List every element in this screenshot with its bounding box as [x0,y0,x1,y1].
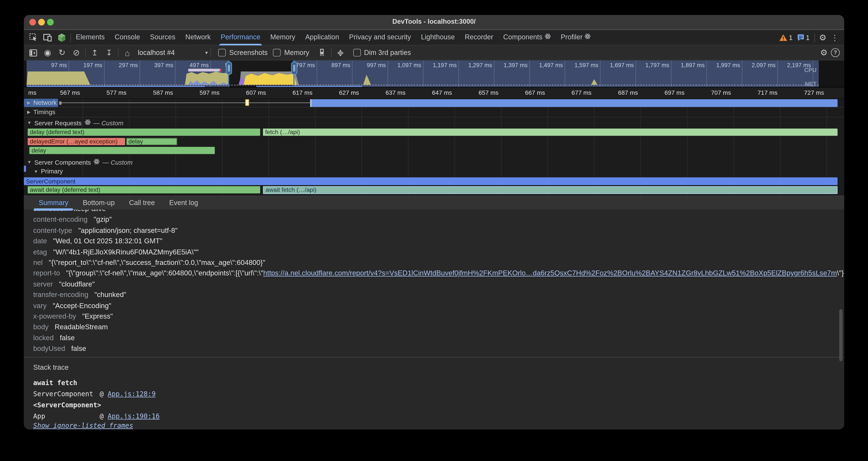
network-track-header[interactable]: ▶Network [27,99,57,106]
source-location-link[interactable]: App.js:128:9 [107,391,156,398]
profile-select[interactable]: localhost #4 ▼ [138,49,209,56]
tab-recorder[interactable]: Recorder [460,30,498,45]
long-task-bar [188,69,221,71]
more-options-icon[interactable]: ⋮ [831,33,839,42]
network-request-bar[interactable] [310,99,837,107]
time-label: 627 ms [339,89,359,96]
time-label: 1,797 ms [646,62,670,68]
selection-window-handle[interactable] [293,60,294,87]
server-component-bar[interactable]: ServerComponent [24,177,837,185]
overview-minimap[interactable]: 97 ms197 ms297 ms397 ms497 ms597 ms697 m… [27,60,819,87]
react-atom-icon [545,30,551,45]
tab-profiler[interactable]: Profiler [556,30,596,45]
row-separator [24,107,844,108]
server-components-track-header[interactable]: ▼Server Components— Custom [27,159,133,166]
tab-performance[interactable]: Performance [216,30,265,45]
net-track-label: NET [805,80,816,87]
grid-line [388,60,388,87]
load-profile-icon[interactable]: ↥ [88,48,102,57]
grid-line [175,60,176,87]
property-row: nel"{\"report_to\":\"cf-nel\",\"success_… [33,257,844,268]
server-request-bar[interactable]: fetch (…/api) [263,128,837,136]
time-label: 1,897 ms [681,62,705,68]
time-label: 637 ms [385,89,406,96]
time-label: 997 ms [367,62,386,68]
reload-and-record-icon[interactable]: ↻ [55,48,69,58]
settings-gear-icon[interactable]: ⚙ [819,32,827,42]
selection-window-handle[interactable] [228,60,229,87]
save-profile-icon[interactable]: ↧ [102,48,116,57]
report-url-link[interactable]: https://a.nel.cloudflare.com/report/v4?s… [264,269,837,277]
server-requests-track-header[interactable]: ▼Server Requests— Custom [27,119,123,126]
device-toolbar-icon[interactable] [43,34,52,41]
server-request-bar[interactable]: delayedError (…ayed exception) [28,138,125,145]
tab-network[interactable]: Network [181,30,216,45]
server-component-bar[interactable]: await fetch (…/api) [263,186,837,194]
primary-group-header[interactable]: ▼Primary [34,168,63,174]
tab-call-tree[interactable]: Call tree [122,196,162,209]
tab-bottom-up[interactable]: Bottom-up [75,196,122,209]
time-label: 297 ms [119,62,138,68]
time-label: 587 ms [153,89,173,96]
server-request-bar[interactable]: delay [126,138,177,145]
react-atom-icon [94,159,100,166]
screenshots-checkbox[interactable]: Screenshots [218,49,268,56]
tab-components[interactable]: Components [498,30,556,45]
desktop: DevTools - localhost:3000/ ElementsConso… [0,0,868,461]
cpu-activity-dim [185,70,229,85]
tab-event-log[interactable]: Event log [162,196,205,209]
tab-elements[interactable]: Elements [71,30,110,45]
issues-badge[interactable]: 1 [797,34,810,41]
time-unit-label: ms [28,89,36,96]
time-label: 607 ms [246,89,266,96]
show-ignore-listed-frames-link[interactable]: Show ignore-listed frames [33,422,844,430]
grid-line [104,60,105,87]
grid-line [529,60,530,87]
property-row: date"Wed, 01 Oct 2025 18:32:01 GMT" [33,236,844,246]
tab-sources[interactable]: Sources [145,30,181,45]
warnings-badge[interactable]: 1 [780,34,793,41]
time-label: 697 ms [664,89,685,96]
timeline-tracks: ▶Network▶Timings▼Server Requests— Custom… [24,98,844,196]
tab-lighthouse[interactable]: Lighthouse [416,30,460,45]
toggle-sidebar-icon[interactable] [26,49,40,56]
tab-privacy-and-security[interactable]: Privacy and security [344,30,416,45]
tab-application[interactable]: Application [300,30,344,45]
divider [85,48,86,57]
divider [331,48,332,57]
tab-summary[interactable]: Summary [32,196,75,209]
timings-track-header[interactable]: ▶Timings [27,109,55,115]
stack-trace-title: Stack trace [33,363,844,372]
property-row: report-to"{\"group\":\"cf-nel\",\"max_ag… [33,268,844,279]
record-icon[interactable]: ◉ [40,48,55,58]
garbage-collect-icon[interactable] [315,49,329,56]
memory-checkbox[interactable]: Memory [273,49,309,56]
server-request-bar[interactable]: delay (deferred text) [28,128,260,136]
server-request-bar[interactable]: delay [29,147,215,154]
time-label: 797 ms [296,62,315,68]
clear-icon[interactable]: ⊘ [69,48,84,58]
property-row: etag"W/\"4b1-RjEJloX9kRinu6F0MAZMmy6E5iA… [33,246,844,257]
network-overview-bar [27,86,205,87]
tab-console[interactable]: Console [110,30,145,45]
server-component-bar[interactable]: await delay (deferred text) [28,186,260,194]
time-label: 497 ms [190,62,209,68]
nodejs-icon[interactable] [58,33,66,42]
source-location-link[interactable]: App.js:190:16 [107,413,159,421]
time-label: 1,397 ms [504,62,528,68]
tab-memory[interactable]: Memory [265,30,300,45]
home-icon[interactable]: ⌂ [120,48,134,57]
collapse-sections-icon[interactable] [333,49,347,56]
detail-time-ruler: ms567 ms577 ms587 ms597 ms607 ms617 ms62… [24,88,844,99]
dim-third-parties-checkbox[interactable]: Dim 3rd parties [353,49,411,56]
time-label: 657 ms [478,89,498,96]
network-request-bar[interactable] [245,99,249,106]
vertical-scrollbar[interactable] [839,309,843,362]
help-icon[interactable]: ? [831,48,840,57]
property-row: lockedfalse [33,332,844,343]
cpu-activity-selected [244,71,297,85]
time-label: 717 ms [757,89,778,96]
capture-settings-gear-icon[interactable]: ⚙ [820,48,828,58]
network-overview-bar [256,86,362,87]
inspect-element-icon[interactable] [29,33,38,42]
